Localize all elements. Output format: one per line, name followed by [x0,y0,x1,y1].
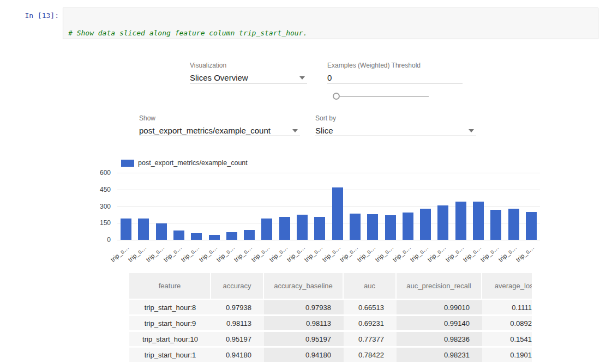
field-underline [139,136,300,136]
y-axis: 0150300450600 [81,173,111,240]
chevron-down-icon[interactable] [292,129,298,132]
tfma-notebook-view: In [13]: # Show data sliced along featur… [0,0,606,364]
chart-bar[interactable] [261,219,272,240]
metric-cell: 0.94180 [211,348,264,362]
field-underline [327,83,463,83]
metric-cell: 0.95197 [211,332,264,346]
column-header-auc_precision_recall[interactable]: auc_precision_recall [397,273,482,299]
chart-bar[interactable] [138,219,149,240]
metric-cell: 0.1541 [482,332,532,346]
table-row: trip_start_hour:80.979380.979380.665130.… [129,300,532,314]
gridline [117,190,540,190]
chart-bar[interactable] [385,215,396,240]
sort-by-label: Sort by [315,114,476,122]
metric-cell: 0.94180 [264,348,344,362]
metric-cell: 0.1901 [482,348,532,362]
legend-color-swatch [121,160,134,167]
metric-cell: 0.98113 [211,316,264,330]
chart-bar[interactable] [314,217,325,240]
legend-label: post_export_metrics/example_count [138,159,248,167]
chart-bar[interactable] [121,219,131,240]
threshold-slider[interactable] [333,92,429,101]
visualization-select[interactable]: Visualization Slices Overview [190,62,307,83]
chart-bar[interactable] [526,212,537,240]
feature-cell: trip_start_hour:9 [129,316,211,330]
code-comment: # Show data sliced along feature column … [68,29,307,37]
chart-bar[interactable] [244,230,255,240]
y-axis-tick-label: 150 [81,219,111,227]
chart-bar[interactable] [209,235,220,240]
metric-cell: 0.66513 [344,300,397,314]
table-row: trip_start_hour:90.981130.981130.692310.… [129,316,532,330]
feature-cell: trip_start_hour:10 [129,332,211,346]
metric-cell: 0.0892 [482,316,532,330]
column-header-feature[interactable]: feature [129,273,211,299]
chart-bar[interactable] [279,217,290,240]
metric-cell: 0.1111 [482,300,532,314]
input-prompt: In [13]: [15,11,59,20]
sort-by-select[interactable]: Sort by Slice [315,114,476,136]
chart-bar[interactable] [473,202,484,240]
metric-cell: 0.99140 [397,316,482,330]
table-row: trip_start_hour:10.941800.941800.784220.… [129,348,532,362]
metric-cell: 0.69231 [344,316,397,330]
chart-bar[interactable] [367,214,378,240]
chart-bar[interactable] [297,215,308,240]
threshold-label: Examples (Weighted) Threshold [327,62,463,69]
chart-bar[interactable] [490,210,501,240]
chart-bar[interactable] [332,187,343,240]
chart-bar[interactable] [173,230,184,240]
code-line-1: # Show data sliced along feature column … [68,29,593,38]
column-header-accuracy[interactable]: accuracy [211,273,264,299]
chevron-down-icon[interactable] [299,76,305,80]
column-header-accuracy_baseline[interactable]: accuracy_baseline [264,273,344,299]
chevron-down-icon[interactable] [469,129,474,132]
sort-by-value: Slice [315,126,476,136]
show-value: post_export_metrics/example_count [139,126,300,136]
slider-thumb[interactable] [333,93,340,100]
feature-cell: trip_start_hour:1 [129,348,211,362]
bar-chart: trip_s…trip_s…trip_s…trip_s…trip_s…trip_… [117,173,540,240]
chart-bar[interactable] [226,232,237,240]
chart-bar[interactable] [437,205,448,240]
chart-bar[interactable] [508,209,519,240]
metric-cell: 0.98231 [397,348,482,362]
metric-cell: 0.95197 [264,332,344,346]
slider-track[interactable] [340,96,429,97]
metrics-table: featureaccuracyaccuracy_baselineaucauc_p… [129,271,532,363]
feature-cell: trip_start_hour:8 [129,300,211,314]
threshold-input[interactable]: Examples (Weighted) Threshold 0 [327,62,463,83]
metric-cell: 0.77377 [344,332,397,346]
column-header-auc[interactable]: auc [344,273,397,299]
metric-cell: 0.98113 [264,316,344,330]
metric-cell: 0.98236 [397,332,482,346]
metric-cell: 0.97938 [211,300,264,314]
chart-legend: post_export_metrics/example_count [121,159,248,167]
y-axis-tick-label: 0 [81,236,111,244]
gridline [117,240,540,240]
metric-cell: 0.97938 [264,300,344,314]
code-cell[interactable]: # Show data sliced along feature column … [63,8,598,39]
chart-bar[interactable] [350,214,361,240]
visualization-value: Slices Overview [190,73,307,83]
metric-cell: 0.99010 [397,300,482,314]
show-label: Show [139,114,300,122]
column-header-average_loss[interactable]: average_loss [482,273,532,299]
table-row: trip_start_hour:100.951970.951970.773770… [129,332,532,346]
chart-bar[interactable] [403,213,413,240]
show-metric-select[interactable]: Show post_export_metrics/example_count [139,114,300,136]
chart-bar[interactable] [191,233,202,240]
threshold-value: 0 [327,73,463,83]
chart-bar[interactable] [420,209,431,240]
chart-bar[interactable] [455,202,466,240]
chart-bar[interactable] [156,223,167,240]
metrics-table-container: featureaccuracyaccuracy_baselineaucauc_p… [129,271,532,364]
gridline [117,173,540,173]
metric-cell: 0.78422 [344,348,397,362]
field-underline [190,83,307,83]
table-header-row: featureaccuracyaccuracy_baselineaucauc_p… [129,273,532,299]
y-axis-tick-label: 450 [81,186,111,193]
field-underline [315,136,476,136]
visualization-label: Visualization [190,62,307,69]
y-axis-tick-label: 600 [81,169,111,177]
